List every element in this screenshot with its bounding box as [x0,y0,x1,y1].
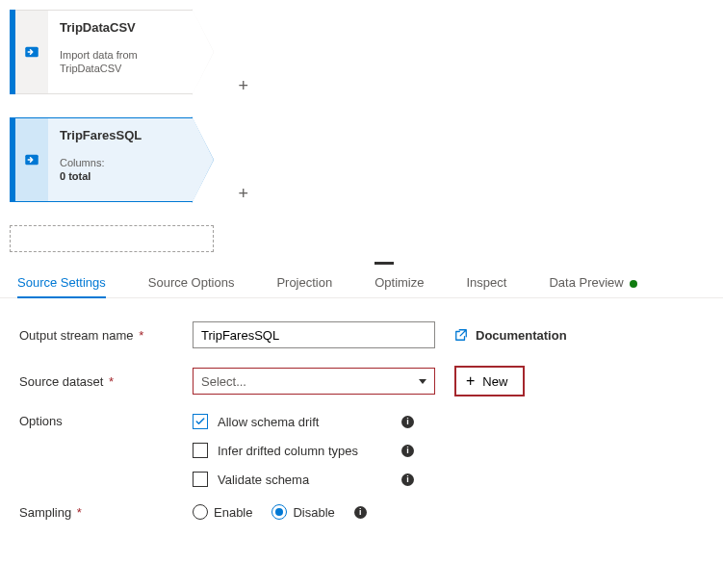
tab-label: Optimize [374,275,424,290]
columns-label: Columns: [60,157,104,168]
tab-label: Projection [276,275,332,290]
info-icon[interactable]: i [401,445,414,457]
source-node-tripfaressql[interactable]: TripFaresSQL Columns: 0 total + [10,117,214,202]
node-subtitle: Import data from TripDataCSV [60,48,181,76]
external-link-icon [454,328,468,342]
info-icon[interactable]: i [401,416,414,428]
radio-disable[interactable]: Disable [271,504,334,520]
output-stream-input[interactable] [193,321,435,348]
tab-label: Source Settings [17,275,106,290]
info-icon[interactable]: i [354,506,367,519]
flow-canvas: TripDataCSV Import data from TripDataCSV… [0,0,723,252]
check-label: Infer drifted column types [218,444,358,458]
check-label: Allow schema drift [218,415,319,429]
node-body: TripDataCSV Import data from TripDataCSV [48,10,193,94]
source-settings-form: Output stream name * Documentation Sourc… [0,298,723,560]
status-dot-icon [630,280,637,288]
tab-source-settings[interactable]: Source Settings [17,266,106,297]
label-sampling: Sampling * [19,505,193,520]
row-output-stream: Output stream name * Documentation [19,321,704,348]
radio-label: Enable [214,505,252,520]
radio-enable[interactable]: Enable [193,504,252,520]
tab-projection[interactable]: Projection [276,266,332,297]
tab-label: Inspect [467,275,507,290]
source-icon [23,43,40,61]
checkbox-infer-drifted[interactable] [193,443,208,458]
node-arrow [193,10,214,94]
placeholder-node[interactable] [10,225,214,252]
radio-dot-icon [193,504,208,520]
radio-label: Disable [293,505,334,520]
checkbox-allow-schema-drift[interactable] [193,414,208,429]
new-dataset-button[interactable]: + New [454,366,525,396]
add-node-button[interactable]: + [238,76,248,96]
node-columns: Columns: 0 total [60,156,181,184]
add-node-button[interactable]: + [238,184,248,204]
radio-dot-icon [271,504,287,520]
label-source-dataset: Source dataset * [19,374,193,389]
tab-inspect[interactable]: Inspect [467,266,507,297]
tab-label: Source Options [148,275,235,290]
node-arrow [193,117,214,202]
info-icon[interactable]: i [401,473,414,486]
tab-optimize[interactable]: Optimize [374,266,424,297]
tab-source-options[interactable]: Source Options [148,266,235,297]
node-body: TripFaresSQL Columns: 0 total [48,117,193,202]
row-options: Options Allow schema drift i Infer drift… [19,414,704,487]
columns-value: 0 total [60,170,90,182]
new-button-label: New [482,374,507,389]
check-label: Validate schema [218,473,309,487]
documentation-link[interactable]: Documentation [454,328,567,343]
source-node-tripdatacsv[interactable]: TripDataCSV Import data from TripDataCSV… [10,10,214,94]
label-output-stream: Output stream name * [19,328,193,343]
source-icon [23,151,40,168]
label-options: Options [19,414,193,428]
tabs-bar: Source Settings Source Options Projectio… [0,266,723,298]
node-icon-col [15,117,48,202]
node-icon-col [15,10,48,94]
select-placeholder: Select... [201,374,246,389]
tab-label: Data Preview [549,275,623,290]
checkbox-validate-schema[interactable] [193,472,208,487]
source-dataset-select[interactable]: Select... [193,368,435,395]
tab-data-preview[interactable]: Data Preview [549,266,636,297]
documentation-label: Documentation [476,328,567,343]
node-title: TripFaresSQL [60,128,181,142]
plus-icon: + [466,373,475,389]
node-title: TripDataCSV [60,20,181,35]
chevron-down-icon [419,379,426,384]
row-sampling: Sampling * Enable Disable i [19,504,704,520]
row-source-dataset: Source dataset * Select... + New [19,366,704,396]
